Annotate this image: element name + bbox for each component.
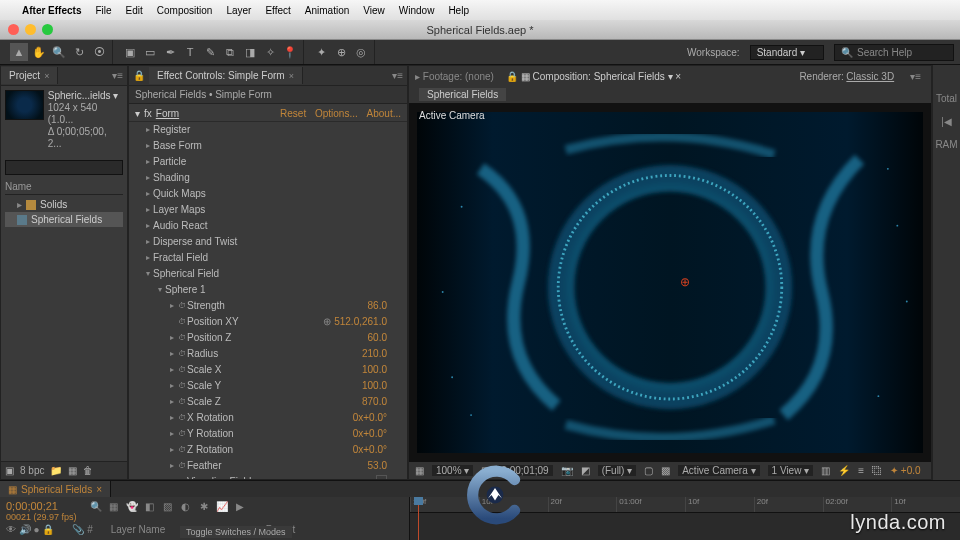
- flowchart-icon[interactable]: ⿻: [872, 465, 882, 476]
- app-menu[interactable]: After Effects: [22, 5, 81, 16]
- views-dropdown[interactable]: 1 View ▾: [768, 465, 814, 476]
- eraser-tool-icon[interactable]: ◨: [241, 43, 259, 61]
- timeline-icon[interactable]: ≡: [858, 465, 864, 476]
- val-y-rotation[interactable]: 0x+0.0°: [353, 427, 407, 441]
- menu-edit[interactable]: Edit: [126, 5, 143, 16]
- timecode-toggle[interactable]: ⊞: [481, 465, 489, 476]
- search-help-input[interactable]: 🔍 Search Help: [834, 44, 954, 61]
- viewer-time[interactable]: 0;00;01;09: [497, 465, 552, 476]
- project-item-solids[interactable]: ▸ Solids: [5, 197, 123, 212]
- menu-animation[interactable]: Animation: [305, 5, 349, 16]
- snapshot-icon[interactable]: 📷: [561, 465, 573, 476]
- prop-shading[interactable]: Shading: [153, 171, 190, 185]
- anchor-tool-icon[interactable]: ▣: [121, 43, 139, 61]
- new-comp-icon[interactable]: ▦: [68, 465, 77, 476]
- stopwatch-icon[interactable]: ⏱: [177, 365, 187, 375]
- shy-icon[interactable]: 👻: [125, 501, 139, 512]
- delete-icon[interactable]: 🗑: [83, 465, 93, 476]
- renderer-link[interactable]: Classic 3D: [846, 71, 894, 82]
- local-axis-icon[interactable]: ✦: [312, 43, 330, 61]
- val-scale-x[interactable]: 100.0: [362, 363, 407, 377]
- prop-fractal-field[interactable]: Fractal Field: [153, 251, 208, 265]
- val-strength[interactable]: 86.0: [368, 299, 407, 313]
- search-layers-icon[interactable]: 🔍: [89, 501, 103, 512]
- preview-panel-tab[interactable]: |◀: [941, 116, 952, 127]
- panel-menu-icon[interactable]: ▾≡: [108, 70, 127, 81]
- comp-subtab[interactable]: Spherical Fields: [419, 88, 506, 101]
- val-x-rotation[interactable]: 0x+0.0°: [353, 411, 407, 425]
- panel-menu-icon[interactable]: ▾≡: [388, 70, 407, 81]
- roi-icon[interactable]: ▢: [644, 465, 653, 476]
- footage-tab[interactable]: ▸ Footage: (none): [415, 71, 494, 82]
- selection-tool-icon[interactable]: ▲: [10, 43, 28, 61]
- visualize-checkbox[interactable]: [376, 475, 387, 479]
- zoom-tool-icon[interactable]: 🔍: [50, 43, 68, 61]
- val-feather[interactable]: 53.0: [368, 459, 407, 473]
- stopwatch-icon[interactable]: ⏱: [177, 381, 187, 391]
- stopwatch-icon[interactable]: ⏱: [177, 445, 187, 455]
- prop-audio-react[interactable]: Audio React: [153, 219, 207, 233]
- stopwatch-icon[interactable]: ⏱: [177, 461, 187, 471]
- prop-sphere1[interactable]: Sphere 1: [165, 283, 206, 297]
- about-link[interactable]: About...: [367, 108, 401, 119]
- transparency-icon[interactable]: ▩: [661, 465, 670, 476]
- stopwatch-icon[interactable]: ⏱: [177, 317, 187, 327]
- null-object-icon[interactable]: ⊕: [680, 275, 690, 289]
- interpret-footage-icon[interactable]: ▣: [5, 465, 14, 476]
- pixel-aspect-icon[interactable]: ▥: [821, 465, 830, 476]
- resolution-dropdown[interactable]: (Full) ▾: [598, 465, 637, 476]
- close-window-icon[interactable]: [8, 24, 19, 35]
- menu-file[interactable]: File: [95, 5, 111, 16]
- draft3d-icon[interactable]: ◧: [143, 501, 157, 512]
- val-scale-y[interactable]: 100.0: [362, 379, 407, 393]
- val-position-xy[interactable]: ⊕ 512.0,261.0: [323, 315, 407, 329]
- prop-quick-maps[interactable]: Quick Maps: [153, 187, 206, 201]
- exposure-value[interactable]: ✦ +0.0: [890, 465, 921, 476]
- fx-enable-icon[interactable]: fx: [144, 108, 152, 119]
- camera-dropdown[interactable]: Active Camera ▾: [678, 465, 759, 476]
- mask-rect-tool-icon[interactable]: ▭: [141, 43, 159, 61]
- val-position-z[interactable]: 60.0: [368, 331, 407, 345]
- menu-help[interactable]: Help: [448, 5, 469, 16]
- pen-tool-icon[interactable]: ✒: [161, 43, 179, 61]
- graph-editor-icon[interactable]: 📈: [215, 501, 229, 512]
- prop-layer-maps[interactable]: Layer Maps: [153, 203, 205, 217]
- lock-icon[interactable]: 🔒: [129, 70, 149, 81]
- val-radius[interactable]: 210.0: [362, 347, 407, 361]
- new-folder-icon[interactable]: 📁: [50, 465, 62, 476]
- collapse-icon[interactable]: ▾: [135, 108, 140, 119]
- menu-layer[interactable]: Layer: [226, 5, 251, 16]
- brainstorm-icon[interactable]: ✱: [197, 501, 211, 512]
- info-panel-tab[interactable]: Total: [936, 93, 957, 104]
- motion-blur-icon[interactable]: ◐: [179, 501, 193, 512]
- menu-window[interactable]: Window: [399, 5, 435, 16]
- col-header-name[interactable]: Name: [5, 181, 123, 192]
- channel-icon[interactable]: ◩: [581, 465, 590, 476]
- composition-canvas[interactable]: Active Camera ⊕: [409, 104, 931, 461]
- hand-tool-icon[interactable]: ✋: [30, 43, 48, 61]
- prop-spherical-field[interactable]: Spherical Field: [153, 267, 219, 281]
- camera-tool-icon[interactable]: ⦿: [90, 43, 108, 61]
- stopwatch-icon[interactable]: ⏱: [177, 429, 187, 439]
- zoom-window-icon[interactable]: [42, 24, 53, 35]
- prop-register[interactable]: Register: [153, 123, 190, 137]
- composition-tab[interactable]: 🔒 ▦ Composition: Spherical Fields ▾ ×: [506, 71, 681, 82]
- plugin-name[interactable]: Form: [156, 108, 179, 119]
- project-search-input[interactable]: [5, 160, 123, 175]
- zoom-dropdown[interactable]: 100% ▾: [432, 465, 473, 476]
- options-link[interactable]: Options...: [315, 108, 358, 119]
- ram-preview-tab[interactable]: RAM: [935, 139, 957, 150]
- view-axis-icon[interactable]: ◎: [352, 43, 370, 61]
- prop-particle[interactable]: Particle: [153, 155, 186, 169]
- effect-controls-tab[interactable]: Effect Controls: Simple Form×: [149, 67, 303, 84]
- val-z-rotation[interactable]: 0x+0.0°: [353, 443, 407, 457]
- stopwatch-icon[interactable]: ⏱: [177, 413, 187, 423]
- reset-link[interactable]: Reset: [280, 108, 306, 119]
- toggle-switches-button[interactable]: Toggle Switches / Modes: [180, 526, 292, 538]
- stopwatch-icon[interactable]: ⏱: [177, 333, 187, 343]
- stopwatch-icon[interactable]: ⏱: [177, 301, 187, 311]
- grid-icon[interactable]: ▦: [415, 465, 424, 476]
- minimize-window-icon[interactable]: [25, 24, 36, 35]
- bpc-toggle[interactable]: 8 bpc: [20, 465, 44, 476]
- playhead[interactable]: [418, 497, 419, 540]
